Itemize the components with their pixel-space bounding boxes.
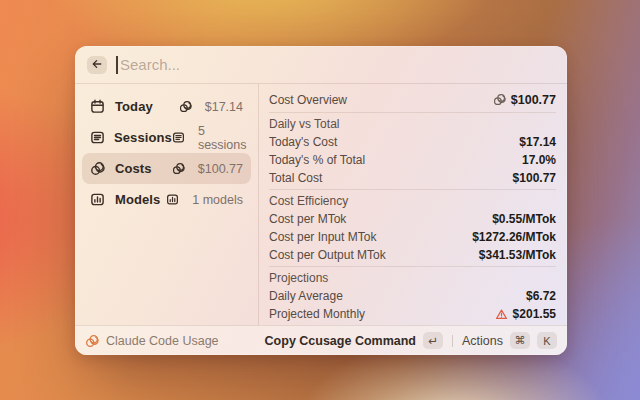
horizontal-divider xyxy=(269,189,556,190)
k-key: K xyxy=(537,332,557,349)
metadata-value-text: $341.53/MTok xyxy=(479,248,556,262)
sidebar-item-models[interactable]: Models 1 models xyxy=(82,184,251,215)
primary-action-button[interactable]: Copy Ccusage Command xyxy=(265,334,416,348)
detail-header-value: $100.77 xyxy=(493,93,556,107)
coins-icon xyxy=(493,93,506,106)
sidebar-item-accessory-text: 1 models xyxy=(192,193,243,207)
metadata-value-text: 17.0% xyxy=(522,153,556,167)
metadata-value: 17.0% xyxy=(522,153,556,167)
back-arrow-icon xyxy=(91,56,103,74)
sidebar-item-label: Sessions xyxy=(114,130,172,145)
metadata-row: Cost per Output MTok $341.53/MTok xyxy=(269,246,556,264)
metadata-label: Today's Cost xyxy=(269,135,337,149)
main-content: Today $17.14 Sessions 5 sessions Costs $… xyxy=(75,84,567,325)
sidebar-item-accessory: 1 models xyxy=(166,193,243,207)
detail-header-amount: $100.77 xyxy=(511,93,556,107)
bar-chart-icon xyxy=(90,192,106,208)
metadata-label: Today's % of Total xyxy=(269,153,365,167)
detail-section: Cost Efficiency Cost per MTok $0.55/MTok… xyxy=(269,192,556,267)
sidebar-item-accessory-text: $17.14 xyxy=(205,100,243,114)
metadata-value-text: $0.55/MTok xyxy=(492,212,556,226)
metadata-value: $0.55/MTok xyxy=(492,212,556,226)
detail-header-label: Cost Overview xyxy=(269,93,347,107)
metadata-value-text: $201.55 xyxy=(513,307,556,321)
metadata-row: Cost per MTok $0.55/MTok xyxy=(269,210,556,228)
sidebar-item-costs[interactable]: Costs $100.77 xyxy=(82,153,251,184)
section-title: Projections xyxy=(269,269,556,287)
coins-icon xyxy=(172,162,185,175)
metadata-label: Cost per MTok xyxy=(269,212,346,226)
metadata-value-text: $17.14 xyxy=(519,135,556,149)
list-icon xyxy=(90,130,105,146)
footer-app: Claude Code Usage xyxy=(85,334,219,348)
metadata-value-text: $6.72 xyxy=(526,289,556,303)
detail-sections: Daily vs Total Today's Cost $17.14 Today… xyxy=(269,115,556,323)
sidebar-item-accessory: $17.14 xyxy=(179,100,243,114)
section-title: Daily vs Total xyxy=(269,115,556,133)
metadata-value: $201.55 xyxy=(495,307,556,321)
horizontal-divider xyxy=(269,112,556,113)
metadata-row: Daily Average $6.72 xyxy=(269,287,556,305)
sidebar-item-label: Today xyxy=(115,99,153,114)
search-input[interactable] xyxy=(116,56,555,73)
metadata-row: Cost per Input MTok $1272.26/MTok xyxy=(269,228,556,246)
coins-icon xyxy=(179,100,192,113)
metadata-label: Total Cost xyxy=(269,171,322,185)
sidebar-list: Today $17.14 Sessions 5 sessions Costs $… xyxy=(75,84,258,325)
metadata-value-text: $100.77 xyxy=(513,171,556,185)
metadata-label: Projected Monthly xyxy=(269,307,365,321)
command-key: ⌘ xyxy=(510,332,530,349)
sidebar-item-label: Costs xyxy=(115,161,152,176)
sidebar-item-accessory-text: $100.77 xyxy=(198,162,243,176)
metadata-label: Cost per Input MTok xyxy=(269,230,376,244)
footer-actions: Copy Ccusage Command ↵ Actions ⌘ K xyxy=(265,332,557,349)
metadata-value: $6.72 xyxy=(526,289,556,303)
warning-icon xyxy=(495,308,508,321)
metadata-row: Total Cost $100.77 xyxy=(269,169,556,187)
actions-button[interactable]: Actions xyxy=(462,334,503,348)
detail-section: Daily vs Total Today's Cost $17.14 Today… xyxy=(269,115,556,190)
section-title: Cost Efficiency xyxy=(269,192,556,210)
detail-header: Cost Overview $100.77 xyxy=(269,89,556,110)
back-button[interactable] xyxy=(87,56,107,74)
metadata-row: Today's % of Total 17.0% xyxy=(269,151,556,169)
horizontal-divider xyxy=(269,266,556,267)
bar-chart-icon xyxy=(166,193,179,206)
coins-icon xyxy=(90,161,106,177)
sidebar-item-sessions[interactable]: Sessions 5 sessions xyxy=(82,122,251,153)
detail-section: Projections Daily Average $6.72 Projecte… xyxy=(269,269,556,323)
search-field xyxy=(116,46,555,83)
list-icon xyxy=(172,131,185,144)
sidebar-item-today[interactable]: Today $17.14 xyxy=(82,91,251,122)
metadata-value: $1272.26/MTok xyxy=(472,230,556,244)
calendar-icon xyxy=(90,99,106,115)
sidebar-item-accessory-text: 5 sessions xyxy=(198,124,247,152)
sidebar-item-accessory: $100.77 xyxy=(172,162,243,176)
return-key[interactable]: ↵ xyxy=(423,332,443,349)
metadata-value: $341.53/MTok xyxy=(479,248,556,262)
footer-separator xyxy=(452,335,453,347)
metadata-label: Cost per Output MTok xyxy=(269,248,386,262)
metadata-value-text: $1272.26/MTok xyxy=(472,230,556,244)
footer-bar: Claude Code Usage Copy Ccusage Command ↵… xyxy=(75,325,567,355)
metadata-value: $100.77 xyxy=(513,171,556,185)
launcher-window: Today $17.14 Sessions 5 sessions Costs $… xyxy=(75,46,567,355)
search-bar xyxy=(75,46,567,84)
metadata-row: Projected Monthly $201.55 xyxy=(269,305,556,323)
sidebar-item-label: Models xyxy=(115,192,160,207)
footer-app-name: Claude Code Usage xyxy=(106,334,219,348)
metadata-row: Today's Cost $17.14 xyxy=(269,133,556,151)
coins-icon xyxy=(85,334,99,348)
metadata-label: Daily Average xyxy=(269,289,343,303)
detail-panel: Cost Overview $100.77 Daily vs Total Tod… xyxy=(259,84,567,325)
sidebar-item-accessory: 5 sessions xyxy=(172,124,247,152)
text-caret xyxy=(116,56,118,74)
metadata-value: $17.14 xyxy=(519,135,556,149)
